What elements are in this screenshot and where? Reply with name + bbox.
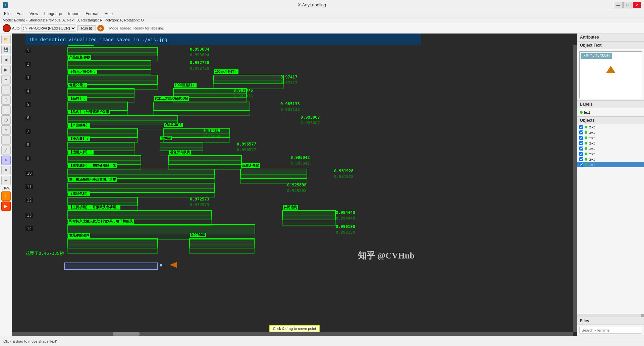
row-num-3: 3: [25, 75, 31, 80]
obj-item-5[interactable]: text: [577, 146, 644, 151]
menu-edit[interactable]: Edit: [14, 11, 26, 17]
row-num-13: 13: [25, 213, 33, 218]
canvas-area[interactable]: The detection visualized image saved in …: [12, 34, 577, 336]
orange-cursor: [170, 262, 177, 269]
score-21: 0.994448: [336, 210, 355, 215]
obj-item-8[interactable]: text: [577, 162, 644, 167]
h-scrollbar-thumb[interactable]: [113, 332, 140, 336]
object-text-header: Object Text: [577, 42, 644, 49]
settings-icon[interactable]: ⚙: [97, 25, 104, 32]
undo-button[interactable]: ↩: [1, 176, 11, 185]
obj-dot-4: [585, 142, 587, 145]
det-box-4-ghost: [213, 80, 284, 89]
det-box-21-ghost: [282, 216, 336, 226]
obj-checkbox-8[interactable]: [579, 163, 583, 167]
score-18-ghost: 0.925898: [287, 188, 307, 193]
obj-checkbox-3[interactable]: [579, 136, 583, 140]
line-tool-button[interactable]: ╱: [1, 146, 11, 155]
score-22-ghost: 0.990198: [336, 230, 355, 235]
zoom-out-button[interactable]: −: [1, 85, 11, 95]
score-13-ghost: 0.996577: [237, 148, 256, 152]
menu-format[interactable]: Format: [83, 11, 101, 17]
circle-tool-button[interactable]: ○: [1, 125, 11, 135]
score-1-ghost: 0.993604: [190, 53, 209, 57]
object-text-tag: 区别了0.457335秒: [581, 53, 612, 59]
obj-item-1[interactable]: text: [577, 124, 644, 130]
label-dot: [580, 111, 583, 114]
maximize-button[interactable]: □: [623, 2, 632, 8]
delete-button[interactable]: ✕: [1, 166, 11, 175]
menu-language[interactable]: Language: [42, 11, 65, 17]
obj-item-4[interactable]: text: [577, 140, 644, 146]
zoom-in-button[interactable]: +: [1, 75, 11, 84]
edit-tool-button[interactable]: ✎: [1, 156, 11, 165]
mode-bar: Mode: Editing - Shortcuts: Previous: A, …: [0, 17, 644, 23]
obj-item-2[interactable]: text: [577, 130, 644, 135]
rect-tool-button[interactable]: □: [1, 105, 11, 115]
obj-label-4: text: [589, 141, 595, 145]
info-text: The detection visualized image saved in …: [29, 37, 167, 42]
score-19-ghost: 0.972573: [190, 203, 209, 207]
files-search-input[interactable]: [579, 327, 642, 334]
row-num-12: 12: [25, 198, 33, 203]
point-handle[interactable]: [160, 264, 162, 267]
files-section: Files: [577, 317, 644, 336]
menu-view[interactable]: View: [27, 11, 41, 17]
menu-help[interactable]: Help: [102, 11, 115, 17]
tooltip-container: Click & drag to move point: [269, 325, 320, 332]
obj-item-6[interactable]: text: [577, 151, 644, 157]
obj-checkbox-7[interactable]: [579, 157, 583, 161]
next-button[interactable]: ▶: [1, 65, 11, 74]
obj-dot-7: [585, 158, 587, 161]
arrow-up-icon: [606, 66, 615, 73]
score-17: 0.961928: [334, 169, 354, 173]
objects-list[interactable]: text text text text: [577, 124, 644, 314]
obj-checkbox-4[interactable]: [579, 141, 583, 145]
obj-label-2: text: [589, 130, 595, 134]
label-item-text[interactable]: text: [579, 110, 643, 115]
minimize-button[interactable]: —: [614, 2, 623, 8]
objects-scrollbar[interactable]: [577, 314, 644, 317]
objects-section: Objects text text text: [577, 117, 644, 317]
obj-label-5: text: [589, 147, 595, 151]
run-button[interactable]: Run (i): [77, 25, 96, 31]
obj-checkbox-5[interactable]: [579, 147, 583, 151]
det-box-23-ghost: [67, 244, 158, 254]
v-scrollbar[interactable]: [573, 45, 577, 332]
obj-dot-2: [585, 131, 587, 134]
row-num-10: 10: [25, 171, 33, 176]
score-6-ghost: 0.993976: [233, 94, 253, 99]
obj-checkbox-6[interactable]: [579, 152, 583, 156]
polygon-tool-button[interactable]: ⬡: [1, 115, 11, 125]
objects-scroll-thumb[interactable]: [641, 314, 644, 317]
row-num-4: 4: [25, 89, 31, 94]
score-2-ghost: 0.992728: [190, 66, 209, 71]
open-folder-button[interactable]: 📂: [1, 35, 11, 44]
menu-file[interactable]: File: [1, 11, 13, 17]
model-select[interactable]: ch_PP-OCRv4 (PaddleOCR): [21, 24, 76, 32]
obj-checkbox-2[interactable]: [579, 130, 583, 134]
zoom-level: 316%: [2, 186, 10, 190]
obj-item-3[interactable]: text: [577, 135, 644, 140]
obj-checkbox-1[interactable]: [579, 125, 583, 129]
fit-button[interactable]: ⊞: [1, 95, 11, 105]
run-inference-button[interactable]: ▶: [1, 201, 11, 211]
close-button[interactable]: ✕: [633, 2, 641, 8]
mode-text: Mode: Editing - Shortcuts: Previous: A, …: [3, 18, 144, 22]
ai-button[interactable]: AI: [1, 191, 11, 201]
toolbar: Auto ch_PP-OCRv4 (PaddleOCR) Run (i) ⚙ M…: [0, 23, 644, 34]
prev-button[interactable]: ◀: [1, 55, 11, 64]
boxes-container[interactable]: 1 2 3 4 5 6 7 8 9 10 11 12 13 14 纯臻营养护发素: [25, 45, 421, 275]
obj-dot-5: [585, 147, 587, 150]
score-18: 0.925898: [287, 183, 307, 187]
score-21-ghost: 0.994448: [336, 216, 355, 221]
row-num-11: 11: [25, 184, 33, 189]
point-tool-button[interactable]: ·: [1, 135, 11, 145]
h-scrollbar[interactable]: [12, 332, 573, 336]
obj-item-7[interactable]: text: [577, 157, 644, 162]
menu-import[interactable]: Import: [65, 11, 82, 17]
save-button[interactable]: 💾: [1, 45, 11, 54]
bottom-status-bar: Click & drag to move shape 'text': [0, 336, 644, 346]
selected-bottom-box[interactable]: [64, 263, 158, 270]
files-header: Files: [577, 317, 644, 325]
